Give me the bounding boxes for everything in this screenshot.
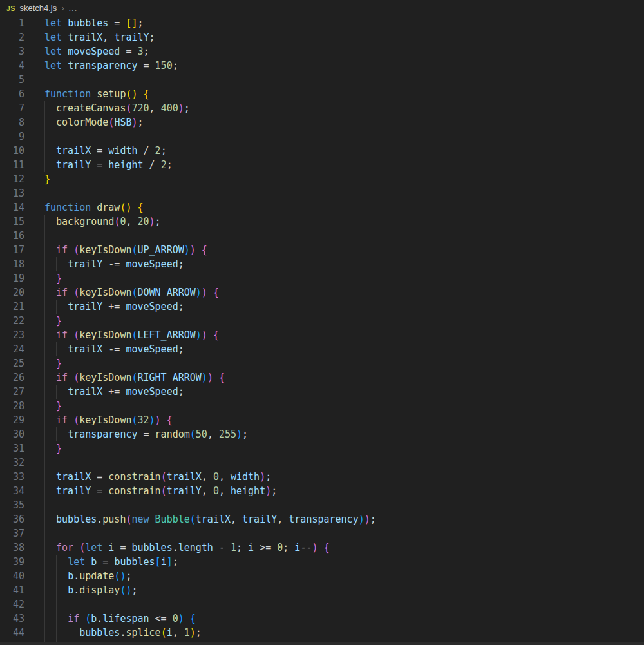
code-line[interactable]: 8 colorMode(HSB);: [0, 115, 644, 130]
code-line[interactable]: 7 createCanvas(720, 400);: [0, 101, 644, 115]
line-number[interactable]: 28: [0, 399, 24, 413]
code-line[interactable]: 19 }: [0, 271, 644, 285]
code-line[interactable]: 13: [0, 186, 644, 200]
code-line[interactable]: 27 trailX += moveSpeed;: [0, 385, 644, 399]
code-line[interactable]: 33 trailX = constrain(trailX, 0, width);: [0, 470, 644, 484]
code-line[interactable]: 31 }: [0, 441, 644, 456]
line-number[interactable]: 37: [0, 526, 24, 541]
code-line[interactable]: 41 b.display();: [0, 583, 644, 597]
code-line[interactable]: 22 }: [0, 314, 644, 328]
line-number[interactable]: 4: [0, 59, 24, 73]
code-line[interactable]: 30 transparency = random(50, 255);: [0, 427, 644, 441]
line-number[interactable]: 18: [0, 257, 24, 271]
chevron-right-icon: ›: [61, 3, 64, 13]
code-line[interactable]: 44 bubbles.splice(i, 1);: [0, 626, 644, 640]
line-number[interactable]: 16: [0, 229, 24, 243]
code-line[interactable]: 43 if (b.lifespan <= 0) {: [0, 611, 644, 626]
line-number[interactable]: 24: [0, 342, 24, 356]
code-line[interactable]: 42: [0, 597, 644, 611]
line-number[interactable]: 41: [0, 583, 24, 597]
code-line[interactable]: 14function draw() {: [0, 200, 644, 215]
code-token: {: [167, 414, 173, 426]
code-line[interactable]: 11 trailY = height / 2;: [0, 158, 644, 172]
code-line[interactable]: 36 bubbles.push(new Bubble(trailX, trail…: [0, 512, 644, 526]
line-number[interactable]: 5: [0, 73, 24, 87]
code-line[interactable]: 20 if (keyIsDown(DOWN_ARROW)) {: [0, 285, 644, 300]
line-number[interactable]: 14: [0, 200, 24, 215]
code-line[interactable]: 37: [0, 526, 644, 541]
code-line[interactable]: 29 if (keyIsDown(32)) {: [0, 413, 644, 427]
code-line[interactable]: 9: [0, 130, 644, 144]
line-number[interactable]: 30: [0, 427, 24, 441]
code-line[interactable]: 21 trailY += moveSpeed;: [0, 300, 644, 314]
code-token: ): [202, 329, 207, 341]
code-line[interactable]: 16: [0, 229, 644, 243]
code-line[interactable]: 10 trailX = width / 2;: [0, 144, 644, 158]
line-number[interactable]: 7: [0, 101, 24, 115]
line-number[interactable]: 20: [0, 285, 24, 300]
code-line[interactable]: 34 trailY = constrain(trailY, 0, height)…: [0, 484, 644, 498]
line-number[interactable]: 8: [0, 115, 24, 130]
line-number[interactable]: 17: [0, 243, 24, 257]
code-token: if: [56, 414, 68, 426]
code-line[interactable]: 25 }: [0, 356, 644, 371]
code-token: [317, 542, 323, 554]
line-number[interactable]: 31: [0, 441, 24, 456]
code-line[interactable]: 1let bubbles = [];: [0, 16, 644, 30]
code-line[interactable]: 24 trailX -= moveSpeed;: [0, 342, 644, 356]
line-number[interactable]: 27: [0, 385, 24, 399]
line-number[interactable]: 44: [0, 626, 24, 640]
breadcrumb-item-symbol-ellipsis[interactable]: ...: [68, 3, 77, 13]
line-number[interactable]: 34: [0, 484, 24, 498]
code-line[interactable]: 38 for (let i = bubbles.length - 1; i >=…: [0, 541, 644, 555]
line-number[interactable]: 3: [0, 44, 24, 59]
line-number[interactable]: 26: [0, 371, 24, 385]
code-token: }: [56, 273, 62, 284]
code-line[interactable]: 28 }: [0, 399, 644, 413]
code-line[interactable]: 23 if (keyIsDown(LEFT_ARROW)) {: [0, 328, 644, 342]
code-line[interactable]: 35: [0, 498, 644, 512]
code-line[interactable]: 5: [0, 73, 644, 87]
code-token: display: [79, 584, 120, 596]
line-number[interactable]: 12: [0, 172, 24, 186]
code-editor[interactable]: 1let bubbles = [];2let trailX, trailY;3l…: [0, 16, 644, 645]
line-number[interactable]: 13: [0, 186, 24, 200]
code-line[interactable]: 4let transparency = 150;: [0, 59, 644, 73]
line-number[interactable]: 43: [0, 611, 24, 626]
line-number[interactable]: 36: [0, 512, 24, 526]
code-line[interactable]: 32: [0, 456, 644, 470]
code-line[interactable]: 39 let b = bubbles[i];: [0, 555, 644, 569]
line-number[interactable]: 11: [0, 158, 24, 172]
line-number[interactable]: 6: [0, 87, 24, 101]
line-number[interactable]: 2: [0, 30, 24, 44]
line-number[interactable]: 23: [0, 328, 24, 342]
line-number[interactable]: 21: [0, 300, 24, 314]
code-line[interactable]: 40 b.update();: [0, 569, 644, 583]
line-number[interactable]: 25: [0, 356, 24, 371]
code-line[interactable]: 3let moveSpeed = 3;: [0, 44, 644, 59]
code-line[interactable]: 6function setup() {: [0, 87, 644, 101]
line-number[interactable]: 1: [0, 16, 24, 30]
line-number[interactable]: 19: [0, 271, 24, 285]
horizontal-scrollbar[interactable]: [0, 642, 644, 645]
code-line[interactable]: 12}: [0, 172, 644, 186]
breadcrumb-item-file[interactable]: JS sketch4.js: [6, 3, 57, 13]
code-line[interactable]: 18 trailY -= moveSpeed;: [0, 257, 644, 271]
indent-guide: [44, 456, 45, 470]
code-line[interactable]: 2let trailX, trailY;: [0, 30, 644, 44]
line-number[interactable]: 22: [0, 314, 24, 328]
line-number[interactable]: 35: [0, 498, 24, 512]
line-number[interactable]: 42: [0, 597, 24, 611]
line-number[interactable]: 39: [0, 555, 24, 569]
line-number[interactable]: 15: [0, 215, 24, 229]
line-number[interactable]: 10: [0, 144, 24, 158]
line-number[interactable]: 32: [0, 456, 24, 470]
line-number[interactable]: 29: [0, 413, 24, 427]
line-number[interactable]: 9: [0, 130, 24, 144]
line-number[interactable]: 33: [0, 470, 24, 484]
code-line[interactable]: 15 background(0, 20);: [0, 215, 644, 229]
line-number[interactable]: 38: [0, 541, 24, 555]
line-number[interactable]: 40: [0, 569, 24, 583]
code-line[interactable]: 26 if (keyIsDown(RIGHT_ARROW)) {: [0, 371, 644, 385]
code-line[interactable]: 17 if (keyIsDown(UP_ARROW)) {: [0, 243, 644, 257]
